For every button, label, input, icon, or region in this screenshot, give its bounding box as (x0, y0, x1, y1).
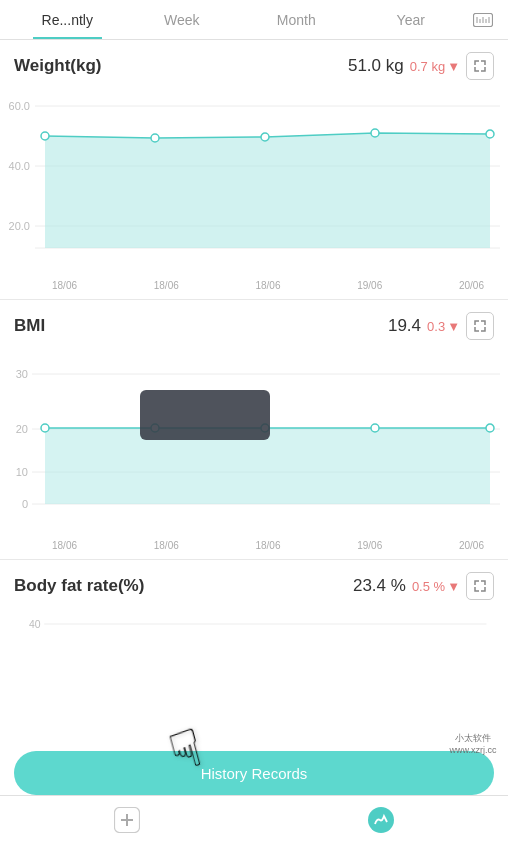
svg-text:30: 30 (16, 368, 28, 380)
ruler-icon[interactable] (468, 13, 498, 27)
svg-point-16 (371, 129, 379, 137)
weight-header: Weight(kg) 51.0 kg 0.7 kg ▼ (14, 52, 494, 80)
tab-bar: Re...ntly Week Month Year (0, 0, 508, 40)
weight-x-labels: 18/06 18/06 18/06 19/06 20/06 (14, 278, 494, 299)
bodyfat-title: Body fat rate(%) (14, 576, 144, 596)
chevron-down-icon: ▼ (447, 59, 460, 74)
bmi-value-group: 19.4 0.3 ▼ (388, 312, 494, 340)
bodyfat-expand-button[interactable] (466, 572, 494, 600)
bmi-chart: 30 20 10 0 (0, 348, 508, 538)
nav-plus-button[interactable] (102, 795, 152, 844)
weight-title: Weight(kg) (14, 56, 102, 76)
bodyfat-delta: 0.5 % ▼ (412, 579, 460, 594)
svg-point-17 (486, 130, 494, 138)
svg-text:20.0: 20.0 (9, 220, 30, 232)
bodyfat-section: Body fat rate(%) 23.4 % 0.5 % ▼ 40 (0, 560, 508, 658)
tab-recently[interactable]: Re...ntly (10, 2, 125, 38)
svg-point-14 (151, 134, 159, 142)
svg-text:40: 40 (29, 618, 41, 630)
svg-point-26 (41, 424, 49, 432)
bmi-title: BMI (14, 316, 45, 336)
bmi-tooltip (140, 390, 270, 440)
bottom-nav (0, 795, 508, 843)
bmi-x-labels: 18/06 18/06 18/06 19/06 20/06 (14, 538, 494, 559)
tab-year[interactable]: Year (354, 2, 469, 38)
bodyfat-value: 23.4 % (353, 576, 406, 596)
svg-text:20: 20 (16, 423, 28, 435)
svg-text:40.0: 40.0 (9, 160, 30, 172)
bmi-header: BMI 19.4 0.3 ▼ (14, 312, 494, 340)
weight-expand-button[interactable] (466, 52, 494, 80)
tab-week[interactable]: Week (125, 2, 240, 38)
svg-point-15 (261, 133, 269, 141)
svg-text:10: 10 (16, 466, 28, 478)
weight-delta: 0.7 kg ▼ (410, 59, 460, 74)
bmi-delta: 0.3 ▼ (427, 319, 460, 334)
svg-text:60.0: 60.0 (9, 100, 30, 112)
weight-value: 51.0 kg (348, 56, 404, 76)
weight-value-group: 51.0 kg 0.7 kg ▼ (348, 52, 494, 80)
chevron-down-icon: ▼ (447, 319, 460, 334)
bmi-expand-button[interactable] (466, 312, 494, 340)
nav-chart-button[interactable] (356, 795, 406, 844)
svg-point-13 (41, 132, 49, 140)
tab-month[interactable]: Month (239, 2, 354, 38)
chevron-down-icon: ▼ (447, 579, 460, 594)
weight-chart: 60.0 40.0 20.0 (0, 88, 508, 278)
watermark: 小太软件 www.xzrj.cc (442, 733, 504, 793)
bodyfat-header: Body fat rate(%) 23.4 % 0.5 % ▼ (14, 572, 494, 600)
history-button[interactable]: History Records (14, 751, 494, 795)
svg-point-29 (371, 424, 379, 432)
svg-point-30 (486, 424, 494, 432)
bmi-value: 19.4 (388, 316, 421, 336)
bodyfat-chart-partial: 40 (14, 608, 494, 658)
bodyfat-value-group: 23.4 % 0.5 % ▼ (353, 572, 494, 600)
svg-text:0: 0 (22, 498, 28, 510)
weight-section: Weight(kg) 51.0 kg 0.7 kg ▼ 60.0 40.0 (0, 40, 508, 300)
